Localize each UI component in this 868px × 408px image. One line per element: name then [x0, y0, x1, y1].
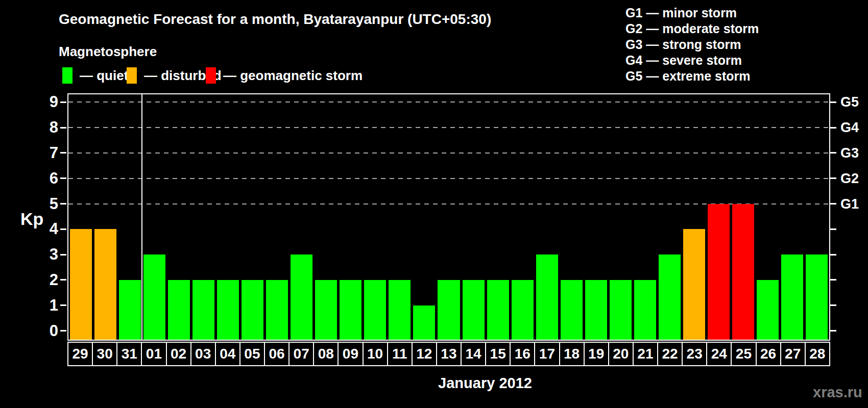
day-cell-05: 05 [239, 342, 265, 366]
y-axis-tick-label: 3 [34, 246, 58, 263]
kp-bar-day-19 [585, 280, 607, 340]
day-cell-08: 08 [313, 342, 339, 366]
g-scale-legend: G1 — minor stormG2 — moderate stormG3 — … [625, 5, 759, 84]
geomagnetic-forecast-chart: Geomagnetic Forecast for a month, Byatar… [0, 0, 868, 408]
kp-bar-day-15 [487, 280, 509, 340]
y-axis-tick-label: 6 [34, 170, 58, 187]
day-cell-12: 12 [412, 342, 437, 366]
plot-area: 0123456789G1G2G3G4G5 [67, 93, 830, 341]
day-cell-04: 04 [215, 342, 240, 366]
y-axis-tick [60, 152, 66, 154]
kp-bar-day-14 [463, 280, 485, 340]
kp-bar-day-04 [217, 280, 239, 340]
day-cell-21: 21 [633, 342, 658, 366]
kp-bar-day-03 [192, 280, 214, 340]
y-axis-tick [60, 330, 66, 332]
day-cell-20: 20 [608, 342, 634, 366]
day-cell-18: 18 [559, 342, 585, 366]
chart-title: Geomagnetic Forecast for a month, Byatar… [59, 11, 491, 28]
day-cell-28: 28 [805, 342, 830, 366]
kp-bar-day-30 [94, 229, 116, 340]
y-axis-tick-label: 8 [34, 119, 58, 136]
kp-bar-day-08 [315, 280, 337, 340]
gridline-kp-7 [68, 152, 829, 154]
y-axis-tick-label: 7 [34, 145, 58, 161]
y-axis-tick [60, 254, 66, 256]
g-axis-label-g2: G2 [840, 171, 868, 186]
y-axis-tick [60, 203, 66, 205]
kp-bar-day-22 [659, 254, 681, 340]
right-axis-tick [830, 330, 836, 332]
day-cell-10: 10 [363, 342, 388, 366]
g-legend-item-5: G5 — extreme storm [625, 68, 759, 84]
day-cell-24: 24 [706, 342, 732, 366]
kp-bar-day-10 [364, 280, 386, 340]
g-axis-label-g4: G4 [840, 120, 868, 135]
day-cell-17: 17 [534, 342, 560, 366]
kp-bar-day-27 [781, 254, 803, 340]
day-cell-03: 03 [190, 342, 216, 366]
kp-bar-day-09 [340, 280, 361, 340]
kp-bar-day-18 [561, 280, 583, 340]
day-cell-02: 02 [166, 342, 191, 366]
legend-label: — quiet [80, 68, 128, 84]
gridline-kp-6 [68, 178, 829, 179]
y-axis-tick [60, 101, 66, 103]
kp-bar-day-07 [291, 254, 312, 340]
plot-inner: 0123456789G1G2G3G4G5 [68, 94, 829, 340]
kp-bar-day-28 [806, 254, 828, 340]
x-axis-month-label: January 2012 [438, 375, 532, 392]
legend-item-quiet: — quiet [62, 67, 128, 84]
day-cell-29: 29 [67, 342, 93, 366]
day-cell-13: 13 [436, 342, 462, 366]
y-axis-tick-label: 2 [34, 272, 58, 288]
day-cell-09: 09 [337, 342, 363, 366]
kp-bar-day-05 [242, 280, 263, 340]
right-axis-tick [830, 279, 836, 280]
y-axis-tick [60, 304, 66, 306]
gridline-kp-9 [68, 101, 829, 103]
g-legend-item-2: G2 — moderate storm [625, 21, 759, 37]
day-cell-16: 16 [510, 342, 535, 366]
g-axis-label-g1: G1 [840, 196, 868, 212]
kp-bar-day-16 [512, 280, 534, 340]
right-axis-tick [830, 101, 836, 103]
day-cell-22: 22 [657, 342, 683, 366]
g-legend-item-3: G3 — strong storm [625, 37, 759, 53]
kp-bar-day-01 [143, 254, 165, 340]
y-axis-tick-label: 4 [34, 221, 58, 237]
kp-bar-day-26 [757, 280, 779, 340]
kp-bar-day-21 [634, 280, 656, 340]
g-legend-item-1: G1 — minor storm [625, 5, 759, 21]
day-cell-14: 14 [461, 342, 486, 366]
x-axis-day-labels: 2930310102030405060708091011121314151617… [67, 342, 830, 366]
y-axis-tick-label: 1 [34, 297, 58, 314]
kp-bar-day-24 [708, 204, 730, 340]
day-cell-31: 31 [116, 342, 142, 366]
day-cell-15: 15 [485, 342, 511, 366]
kp-bar-day-25 [732, 204, 754, 340]
day-cell-06: 06 [264, 342, 290, 366]
right-axis-tick [830, 254, 836, 256]
magnetosphere-label: Magnetosphere [59, 44, 157, 60]
kp-bar-day-31 [119, 280, 141, 340]
watermark: xras.ru [813, 384, 862, 401]
right-axis-tick [830, 203, 836, 205]
kp-bar-day-02 [168, 280, 190, 340]
y-axis-tick [60, 279, 66, 280]
g-axis-label-g5: G5 [840, 94, 868, 110]
g-legend-item-4: G4 — severe storm [625, 53, 759, 68]
day-cell-01: 01 [141, 342, 166, 366]
storm-color-swatch [206, 67, 216, 84]
day-cell-11: 11 [387, 342, 413, 366]
y-axis-tick [60, 177, 66, 179]
y-axis-tick-label: 0 [34, 323, 58, 339]
day-cell-27: 27 [780, 342, 806, 366]
kp-bar-day-12 [413, 305, 435, 340]
day-cell-25: 25 [731, 342, 756, 366]
y-axis-tick-label: 9 [34, 94, 58, 110]
y-axis-tick [60, 127, 66, 129]
right-axis-tick [830, 304, 836, 306]
right-axis-tick [830, 127, 836, 129]
month-divider-line [141, 94, 142, 340]
